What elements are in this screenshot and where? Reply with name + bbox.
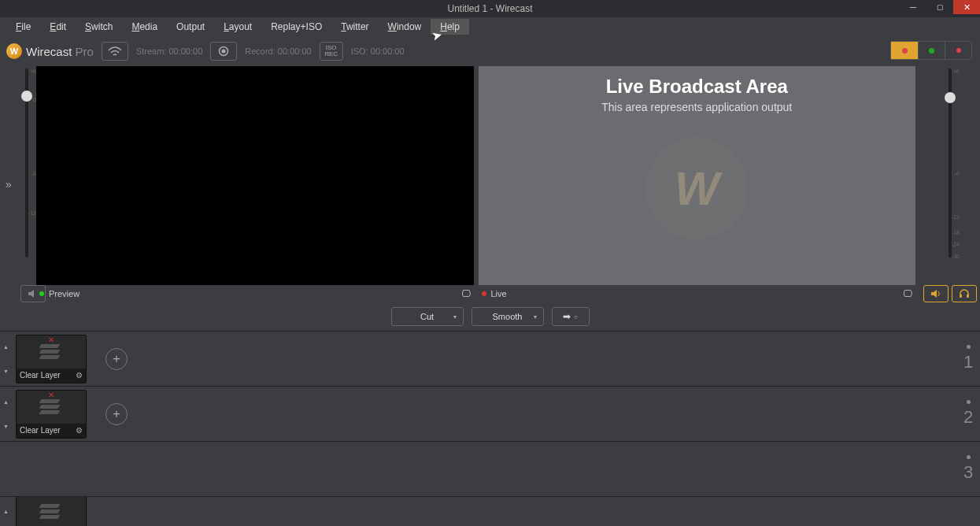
menu-output[interactable]: Output xyxy=(167,19,214,35)
preview-audio-meter: +6 0 -6 -12 xyxy=(17,66,36,302)
menubar: File Edit Switch Media Output Layout Rep… xyxy=(0,17,980,36)
preview-panel: Preview 🖵 xyxy=(36,66,479,302)
layer-1: ▲ ▼ ✕ Clear Layer ⚙ + 1 xyxy=(0,331,980,386)
stream-label: Stream: 00:00:00 xyxy=(136,46,202,56)
cut-transition-button[interactable]: Cut ▼ xyxy=(391,307,464,326)
svg-rect-3 xyxy=(967,294,969,298)
live-speaker-button[interactable] xyxy=(923,285,949,302)
wifi-stream-button[interactable] xyxy=(102,42,128,61)
layer-up-arrow[interactable]: ▲ xyxy=(3,509,16,514)
layer-number[interactable]: 3 xyxy=(956,442,980,496)
preview-speaker-button[interactable] xyxy=(20,285,46,302)
svg-rect-2 xyxy=(960,294,962,298)
preview-display-icon[interactable]: 🖵 xyxy=(461,288,471,299)
gear-icon[interactable]: ⚙ xyxy=(76,371,83,380)
clear-x-icon: ✕ xyxy=(48,496,54,497)
live-title: Live Broadcast Area xyxy=(606,76,788,98)
collapse-handle[interactable]: » xyxy=(0,66,17,302)
record-label: Record: 00:00:00 xyxy=(245,46,311,56)
layers-panel: ▲ ▼ ✕ Clear Layer ⚙ + 1 ▲▼ ✕ Clear L xyxy=(0,331,980,526)
transition-controls: Cut ▼ Smooth ▼ ➡ ○ xyxy=(0,302,980,331)
menu-switch[interactable]: Switch xyxy=(76,19,122,35)
layer-stack-icon xyxy=(40,504,62,520)
smooth-transition-button[interactable]: Smooth ▼ xyxy=(472,307,544,326)
minimize-button[interactable] xyxy=(900,0,926,14)
live-dot-icon xyxy=(482,291,486,296)
clear-x-icon: ✕ xyxy=(48,391,54,399)
live-audio-meter: +6 -6 -12 -18 -24 -36 xyxy=(920,66,980,302)
speaker-icon xyxy=(28,289,39,298)
status-light-1[interactable] xyxy=(891,42,918,59)
layer-stack-icon xyxy=(40,399,62,415)
titlebar: Untitled 1 - Wirecast xyxy=(0,0,980,17)
menu-edit[interactable]: Edit xyxy=(40,19,76,35)
speaker-icon xyxy=(930,289,941,298)
window-controls xyxy=(900,0,980,14)
layer-3: 3 xyxy=(0,441,980,496)
iso-label: ISO: 00:00:00 xyxy=(351,46,405,56)
live-panel: Live Broadcast Area This area represents… xyxy=(479,66,921,302)
menu-window[interactable]: Window xyxy=(379,19,431,35)
main-area: » +6 0 -6 -12 Preview 🖵 Live Broadcast A… xyxy=(0,66,980,302)
menu-media[interactable]: Media xyxy=(122,19,167,35)
live-subtitle: This area represents application output xyxy=(601,101,792,113)
layer-arrows: ▲ ▼ xyxy=(3,344,16,374)
meter-knob[interactable] xyxy=(21,91,32,102)
app-logo: W Wirecast Pro xyxy=(6,43,94,59)
window-title: Untitled 1 - Wirecast xyxy=(447,3,532,14)
live-canvas[interactable]: Live Broadcast Area This area represents… xyxy=(479,66,916,285)
maximize-button[interactable] xyxy=(926,0,953,14)
preview-canvas[interactable] xyxy=(36,66,474,285)
status-light-3[interactable] xyxy=(945,42,971,59)
iso-record-button[interactable]: ISOREC xyxy=(320,42,343,61)
layer-down-arrow[interactable]: ▼ xyxy=(3,424,16,429)
status-light-2[interactable] xyxy=(918,42,945,59)
shot-thumbnail[interactable]: ✕ Clear Layer ⚙ xyxy=(16,390,87,439)
meter-track[interactable]: +6 0 -6 -12 xyxy=(25,69,28,257)
app-name: Wirecast Pro xyxy=(26,45,94,58)
shot-thumbnail[interactable]: ✕ Clear Layer ⚙ xyxy=(16,335,87,383)
record-button[interactable] xyxy=(210,42,237,61)
toolbar: W Wirecast Pro Stream: 00:00:00 Record: … xyxy=(0,36,980,66)
menu-twitter[interactable]: Twitter xyxy=(331,19,378,35)
arrow-right-icon: ➡ xyxy=(563,311,571,322)
layer-stack-icon xyxy=(40,344,62,360)
layer-up-arrow[interactable]: ▲ xyxy=(3,399,16,405)
clear-x-icon: ✕ xyxy=(48,335,54,344)
live-label: Live xyxy=(482,289,507,298)
live-meter-track[interactable]: +6 -6 -12 -18 -24 -36 xyxy=(949,69,952,257)
shot-label: Clear Layer xyxy=(20,371,61,380)
live-meter-knob[interactable] xyxy=(945,92,956,103)
live-display-icon[interactable]: 🖵 xyxy=(903,288,912,299)
menu-file[interactable]: File xyxy=(6,19,40,35)
svg-point-1 xyxy=(222,50,226,54)
close-button[interactable] xyxy=(953,0,980,14)
layer-number[interactable]: 1 xyxy=(956,332,980,386)
go-button[interactable]: ➡ ○ xyxy=(552,307,590,326)
chevron-down-icon: ▼ xyxy=(533,314,538,320)
chevron-down-icon: ▼ xyxy=(453,314,458,320)
headphone-icon xyxy=(959,289,970,298)
logo-icon: W xyxy=(6,43,22,59)
layer-4: ▲ ✕ xyxy=(0,496,980,526)
add-shot-button[interactable]: + xyxy=(105,403,128,425)
status-lights xyxy=(890,41,972,60)
menu-layout[interactable]: Layout xyxy=(214,19,261,35)
layer-down-arrow[interactable]: ▼ xyxy=(3,369,16,374)
add-shot-button[interactable]: + xyxy=(105,348,128,370)
shot-label: Clear Layer xyxy=(20,426,61,435)
live-headphone-button[interactable] xyxy=(952,285,977,302)
shot-thumbnail[interactable]: ✕ xyxy=(16,496,87,526)
layer-number[interactable]: 2 xyxy=(956,387,980,441)
layer-up-arrow[interactable]: ▲ xyxy=(3,344,16,350)
menu-replay-iso[interactable]: Replay+ISO xyxy=(261,19,331,35)
watermark-logo-icon xyxy=(645,137,748,239)
layer-2: ▲▼ ✕ Clear Layer ⚙ + 2 xyxy=(0,386,980,441)
gear-icon[interactable]: ⚙ xyxy=(76,426,83,435)
